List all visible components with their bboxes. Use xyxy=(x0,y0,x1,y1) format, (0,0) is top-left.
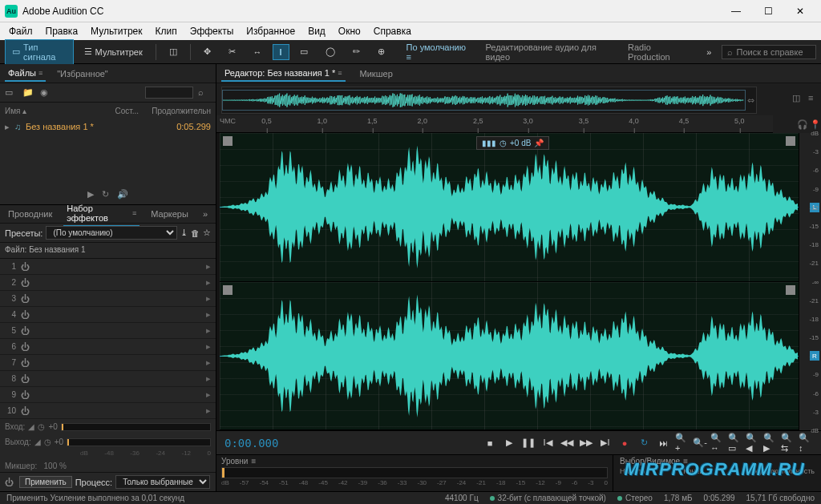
tab-markers[interactable]: Маркеры xyxy=(148,207,192,221)
menu-file[interactable]: Файл xyxy=(3,24,38,38)
open-file-icon[interactable]: 📁 xyxy=(22,87,35,99)
help-search[interactable]: ⌕ Поиск в справке xyxy=(722,45,816,59)
close-button[interactable]: ✕ xyxy=(784,0,816,22)
fx-power-icon[interactable]: ⏻ xyxy=(5,478,16,487)
zoom-out-button[interactable]: 🔍- xyxy=(693,436,707,450)
overview-menu-icon[interactable]: ≡ xyxy=(808,93,821,106)
waveform-editor[interactable]: ▮▮▮ ◷ +0 dB 📌 L dB-3-6-9-12-15- xyxy=(216,133,821,430)
tab-favorites[interactable]: "Избранное" xyxy=(54,67,111,81)
fx-slot-power-icon[interactable]: ⏻ xyxy=(21,262,30,272)
col-duration[interactable]: Продолжительн xyxy=(139,107,211,115)
fx-slot-arrow-icon[interactable]: ▸ xyxy=(206,373,211,384)
fx-preset-select[interactable]: (По умолчанию) xyxy=(46,226,177,240)
menu-edit[interactable]: Правка xyxy=(40,24,84,38)
tool-move-button[interactable]: ✥ xyxy=(196,43,218,60)
fx-slot[interactable]: 2⏻▸ xyxy=(0,275,216,291)
stop-button[interactable]: ■ xyxy=(483,436,497,450)
fx-slot-power-icon[interactable]: ⏻ xyxy=(21,390,30,400)
fx-slot-power-icon[interactable]: ⏻ xyxy=(21,294,30,304)
fx-slot-power-icon[interactable]: ⏻ xyxy=(21,310,30,320)
view-waveform-button[interactable]: ▭ Тип сигнала xyxy=(5,39,74,65)
fx-slot[interactable]: 3⏻▸ xyxy=(0,291,216,307)
headphone-icon[interactable]: 🎧 xyxy=(797,119,808,130)
record-button[interactable]: ● xyxy=(617,436,632,450)
tab-files[interactable]: Файлы≡ xyxy=(5,66,46,82)
tool-healing-button[interactable]: ⊕ xyxy=(370,43,392,60)
fx-slot[interactable]: 5⏻▸ xyxy=(0,323,216,339)
waveform-overview[interactable]: ⇔ xyxy=(221,87,757,114)
timeline-ruler[interactable]: ЧМС 0,5 1,0 1,5 2,0 2,5 3,0 3,5 4,0 4,5 … xyxy=(216,115,773,133)
fx-process-select[interactable]: Только выбранные xyxy=(115,475,210,489)
tool-brush-button[interactable]: ✏ xyxy=(346,43,367,60)
menu-clip[interactable]: Клип xyxy=(150,24,183,38)
fx-slot-arrow-icon[interactable]: ▸ xyxy=(206,389,211,400)
menu-view[interactable]: Вид xyxy=(302,24,331,38)
fade-in-handle[interactable] xyxy=(223,285,233,295)
workspace-default[interactable]: По умолчанию ≡ xyxy=(398,42,475,62)
fx-slot-arrow-icon[interactable]: ▸ xyxy=(206,277,211,288)
fx-slot[interactable]: 10⏻▸ xyxy=(0,403,216,419)
tool-cut-button[interactable]: ✂ xyxy=(221,43,243,60)
fx-slot-arrow-icon[interactable]: ▸ xyxy=(206,405,211,416)
tab-mixer[interactable]: Микшер xyxy=(357,67,396,81)
fx-slot[interactable]: 1⏻▸ xyxy=(0,259,216,275)
tab-browser[interactable]: Проводник xyxy=(5,207,55,221)
levels-tab[interactable]: Уровни≡ xyxy=(221,457,608,466)
loop-button[interactable]: ↻ xyxy=(637,436,651,450)
fx-slot-power-icon[interactable]: ⏻ xyxy=(21,326,30,336)
fx-overflow[interactable]: » xyxy=(200,207,211,221)
preview-play-icon[interactable]: ▶ xyxy=(87,189,94,200)
fx-slot-arrow-icon[interactable]: ▸ xyxy=(206,341,211,352)
channel-left[interactable]: ▮▮▮ ◷ +0 dB 📌 xyxy=(220,133,799,282)
col-name[interactable]: Имя ▴ xyxy=(5,107,107,115)
fx-slot-power-icon[interactable]: ⏻ xyxy=(21,342,30,352)
fx-slot[interactable]: 7⏻▸ xyxy=(0,355,216,371)
zoom-in-right-button[interactable]: 🔍▶ xyxy=(763,436,778,450)
zoom-selection-button[interactable]: 🔍▭ xyxy=(728,436,742,450)
go-end-button[interactable]: ▶I xyxy=(598,436,613,450)
fx-slot-arrow-icon[interactable]: ▸ xyxy=(206,261,211,272)
fx-slot[interactable]: 9⏻▸ xyxy=(0,387,216,403)
fx-slot[interactable]: 8⏻▸ xyxy=(0,371,216,387)
overview-handle-icon[interactable]: ⇔ xyxy=(747,95,754,106)
delete-preset-icon[interactable]: 🗑 xyxy=(191,228,200,238)
fx-slot-power-icon[interactable]: ⏻ xyxy=(21,406,30,416)
filter-icon[interactable]: ⌕ xyxy=(198,87,211,99)
fx-slot[interactable]: 4⏻▸ xyxy=(0,307,216,323)
tab-editor[interactable]: Редактор: Без названия 1 *≡ xyxy=(221,66,346,82)
channel-label-r[interactable]: R xyxy=(810,351,819,361)
tool-time-button[interactable]: I xyxy=(273,44,289,60)
pause-button[interactable]: ❚❚ xyxy=(521,436,536,450)
fade-out-handle[interactable] xyxy=(786,285,795,295)
preview-loop-icon[interactable]: ↻ xyxy=(102,189,109,200)
menu-window[interactable]: Окно xyxy=(333,24,366,38)
fx-apply-button[interactable]: Применить xyxy=(19,476,72,488)
col-status[interactable]: Сост... xyxy=(107,107,139,115)
rewind-button[interactable]: ◀◀ xyxy=(560,436,574,450)
record-file-icon[interactable]: ◉ xyxy=(40,87,53,99)
zoom-in-button[interactable]: 🔍+ xyxy=(675,436,690,450)
expand-icon[interactable]: ▸ xyxy=(5,122,14,132)
menu-help[interactable]: Справка xyxy=(368,24,417,38)
zoom-full-button[interactable]: 🔍↔ xyxy=(710,436,725,450)
selection-tab[interactable]: Выбор/Видимое≡ xyxy=(620,457,815,466)
fx-slot-arrow-icon[interactable]: ▸ xyxy=(206,357,211,368)
channel-right[interactable] xyxy=(220,282,799,431)
skip-button[interactable]: ⏭ xyxy=(656,436,670,450)
hud-pin-icon[interactable]: 📌 xyxy=(534,139,544,147)
fade-in-handle[interactable] xyxy=(223,136,233,146)
hud-knob-icon[interactable]: ◷ xyxy=(499,139,507,147)
workspace-edit-video[interactable]: Редактирование аудио для видео xyxy=(477,42,617,62)
tool-lasso-button[interactable]: ◯ xyxy=(318,43,342,60)
workspace-radio[interactable]: Radio Production xyxy=(620,42,696,62)
timecode-display[interactable]: 0:00.000 xyxy=(224,437,297,450)
zoom-out-full-button[interactable]: 🔍⇆ xyxy=(781,436,795,450)
fade-out-handle[interactable] xyxy=(786,136,795,146)
go-start-button[interactable]: I◀ xyxy=(540,436,555,450)
file-row[interactable]: ▸ ♫ Без названия 1 * 0:05.299 xyxy=(0,119,216,135)
favorite-preset-icon[interactable]: ☆ xyxy=(203,228,211,238)
knob-icon[interactable]: ◷ xyxy=(44,437,51,446)
zoom-vertical-button[interactable]: 🔍↕ xyxy=(799,436,813,450)
fx-slot-power-icon[interactable]: ⏻ xyxy=(21,278,30,288)
fx-slot-arrow-icon[interactable]: ▸ xyxy=(206,309,211,320)
